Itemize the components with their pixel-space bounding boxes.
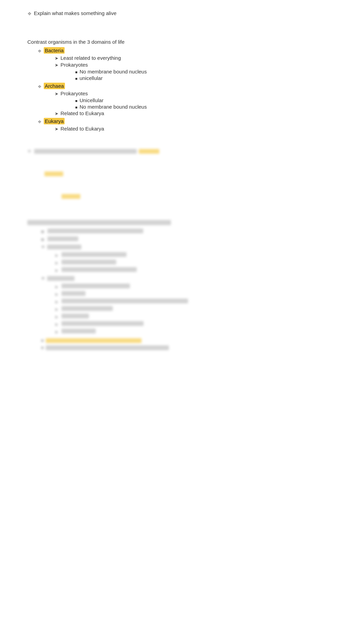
archaea-related-eukarya: ➤ Related to Eukarya: [27, 110, 336, 116]
archaea-unicellular: ■ Unicellular: [27, 97, 336, 103]
archaea-diamond-icon: ❖: [38, 84, 42, 89]
square-icon-2: ■: [75, 77, 78, 81]
archaea-prokaryotes: ➤ Prokaryotes: [27, 91, 336, 96]
top-bullet-item: ❖ Explain what makes something alive: [27, 10, 336, 16]
diamond-icon: ❖: [27, 11, 32, 16]
blurred-section: ❖ ■ ■: [27, 149, 336, 350]
bacteria-highlight: Bacteria: [44, 47, 65, 54]
bacteria-unicellular: ■ unicellular: [27, 75, 336, 81]
blurred-outline-section: ■ ■ ❖ ➤ ➤ ➤: [27, 220, 336, 350]
eukarya-related-text: Related to Eukarya: [60, 126, 104, 132]
square-icon: ■: [75, 70, 78, 74]
bacteria-prokaryotes-text: Prokaryotes: [60, 62, 88, 68]
bacteria-label: Bacteria: [44, 47, 65, 53]
arrow-icon-3: ➤: [55, 91, 58, 96]
square-icon-3: ■: [75, 99, 78, 103]
archaea-label: Archaea: [44, 83, 65, 89]
square-icon-4: ■: [75, 105, 78, 109]
eukarya-highlight: Eukarya: [44, 118, 65, 124]
arrow-icon-5: ➤: [55, 126, 58, 132]
bacteria-prokaryotes: ➤ Prokaryotes: [27, 62, 336, 68]
bacteria-least-related: ➤ Least related to everything: [27, 55, 336, 61]
archaea-unicellular-text: Unicellular: [80, 97, 104, 103]
eukarya-related: ➤ Related to Eukarya: [27, 126, 336, 132]
page-content: ❖ Explain what makes something alive Con…: [27, 7, 336, 350]
contrast-header: Contrast organisms in the 3 domains of l…: [27, 39, 336, 45]
top-bullet-text: Explain what makes something alive: [34, 10, 117, 16]
bacteria-least-related-text: Least related to everything: [60, 55, 121, 61]
eukarya-item: ❖ Eukarya: [27, 118, 336, 124]
archaea-related-eukarya-text: Related to Eukarya: [60, 110, 104, 116]
eukarya-diamond-icon: ❖: [38, 119, 42, 124]
archaea-highlight: Archaea: [44, 83, 65, 89]
archaea-no-membrane-text: No membrane bound nucleus: [80, 104, 147, 110]
bacteria-no-membrane: ■ No membrane bound nucleus: [27, 69, 336, 74]
arrow-icon: ➤: [55, 56, 58, 61]
eukarya-label: Eukarya: [44, 118, 65, 124]
bacteria-no-membrane-text: No membrane bound nucleus: [80, 69, 147, 74]
bacteria-unicellular-text: unicellular: [80, 75, 103, 81]
bacteria-diamond-icon: ❖: [38, 49, 42, 54]
arrow-icon-2: ➤: [55, 63, 58, 68]
archaea-no-membrane: ■ No membrane bound nucleus: [27, 104, 336, 110]
archaea-item: ❖ Archaea: [27, 83, 336, 89]
bacteria-item: ❖ Bacteria: [27, 47, 336, 54]
archaea-prokaryotes-text: Prokaryotes: [60, 91, 88, 96]
arrow-icon-4: ➤: [55, 111, 58, 116]
